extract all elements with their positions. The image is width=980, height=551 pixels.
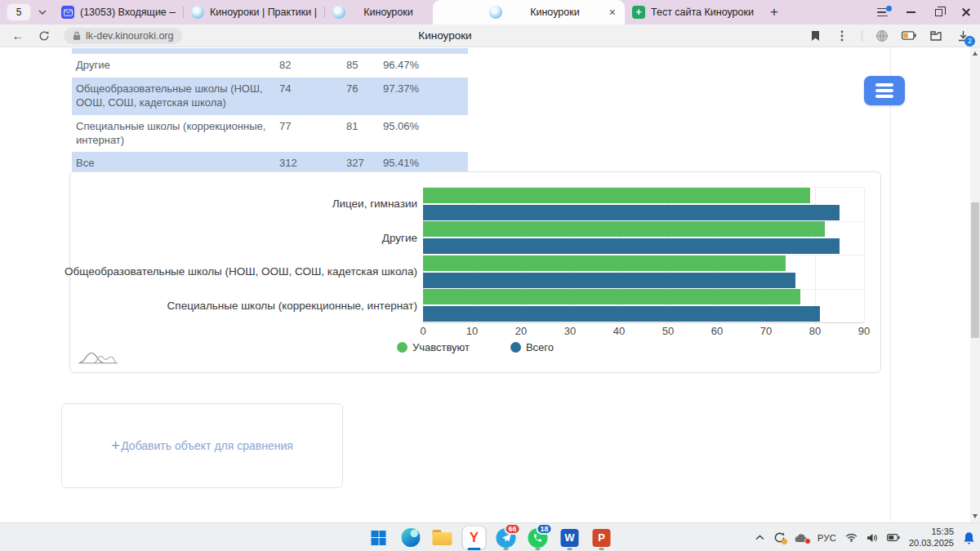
tab-title: Киноуроки | Практики | С bbox=[210, 7, 317, 18]
add-comparison-label: Добавить объект для сравнения bbox=[121, 439, 293, 452]
whatsapp-button[interactable]: 18 bbox=[527, 525, 550, 551]
wifi-icon[interactable] bbox=[845, 533, 858, 542]
row-total: 327 bbox=[346, 157, 383, 171]
x-tick-label: 90 bbox=[858, 325, 870, 337]
row-percent: 97.37% bbox=[383, 82, 472, 110]
bar-Учавствуют[interactable] bbox=[423, 188, 810, 203]
yandex-browser-icon: Y bbox=[463, 527, 486, 549]
language-indicator[interactable]: РУС bbox=[817, 533, 836, 543]
legend-dot-icon bbox=[397, 342, 408, 353]
yandex-browser-button[interactable]: Y bbox=[463, 525, 486, 551]
tab-title: (13053) Входящие — Рам bbox=[80, 7, 176, 18]
table-row[interactable]: Общеобразовательные школы (НОШ, ООШ, СОШ… bbox=[72, 78, 468, 115]
collections-icon[interactable] bbox=[929, 29, 943, 43]
url-text: lk-dev.kinouroki.org bbox=[86, 30, 173, 42]
sync-status-icon[interactable] bbox=[773, 531, 786, 544]
file-explorer-button[interactable] bbox=[431, 525, 454, 551]
scrollbar-thumb[interactable] bbox=[971, 202, 979, 338]
x-tick-label: 30 bbox=[564, 325, 576, 337]
tab-title: Киноуроки bbox=[508, 7, 602, 18]
x-tick-label: 70 bbox=[760, 325, 772, 337]
row-name: Специальные школы (коррекционные, интерн… bbox=[76, 120, 279, 148]
browser-menu-icon[interactable] bbox=[869, 0, 897, 24]
row-participate: 312 bbox=[279, 157, 346, 171]
windows-taskbar: Y 66 18 W P bbox=[0, 522, 980, 551]
more-menu-icon[interactable] bbox=[835, 29, 849, 43]
telegram-button[interactable]: 66 bbox=[495, 525, 518, 551]
tab-counter-button[interactable]: 5 bbox=[7, 3, 31, 21]
row-percent: 95.06% bbox=[383, 120, 472, 148]
address-bar[interactable]: lk-dev.kinouroki.org bbox=[64, 28, 182, 44]
chart-x-axis: 0102030405060708090 bbox=[423, 322, 864, 339]
bar-Всего[interactable] bbox=[423, 273, 795, 288]
tray-chevron-up-icon[interactable] bbox=[755, 535, 764, 540]
kinouroki-favicon bbox=[191, 6, 204, 19]
battery-saver-icon[interactable] bbox=[902, 29, 916, 43]
powerpoint-button[interactable]: P bbox=[590, 525, 613, 551]
refresh-button[interactable] bbox=[31, 26, 57, 46]
sync-alert-dot bbox=[782, 539, 787, 544]
bar-Учавствуют[interactable] bbox=[423, 256, 786, 271]
back-button[interactable]: ← bbox=[5, 26, 31, 46]
row-total: 76 bbox=[346, 82, 383, 110]
menu-hamburger-button[interactable] bbox=[864, 76, 905, 105]
volume-icon[interactable] bbox=[866, 533, 878, 543]
table-row[interactable]: Другие 82 85 96.47% bbox=[72, 54, 468, 78]
cloud-status-icon[interactable] bbox=[795, 533, 808, 543]
page-scrollbar[interactable] bbox=[970, 47, 980, 522]
bar-Всего[interactable] bbox=[423, 306, 820, 322]
word-button[interactable]: W bbox=[559, 525, 581, 551]
comparison-table: Другие 82 85 96.47% Общеобразовательные … bbox=[72, 48, 468, 176]
running-app-indicator bbox=[504, 548, 509, 550]
close-button[interactable] bbox=[952, 0, 980, 24]
x-tick-label: 60 bbox=[711, 325, 723, 337]
scrollbar-down-icon[interactable] bbox=[973, 514, 978, 518]
mail-favicon bbox=[61, 6, 74, 19]
legend-item[interactable]: Учавствуют bbox=[397, 341, 470, 353]
lock-icon bbox=[73, 31, 81, 41]
edge-taskbar-button[interactable] bbox=[399, 525, 422, 551]
clock-time: 15:35 bbox=[909, 527, 954, 538]
x-tick-label: 0 bbox=[420, 325, 425, 337]
add-comparison-card[interactable]: + Добавить объект для сравнения bbox=[61, 403, 343, 488]
bar-Всего[interactable] bbox=[423, 205, 840, 220]
tab-kinouroki-praktiki[interactable]: Киноуроки | Практики | С bbox=[184, 0, 324, 24]
tab-close-icon[interactable]: × bbox=[608, 6, 617, 19]
tab-list-chevron-icon[interactable] bbox=[31, 3, 54, 21]
bar-Учавствуют[interactable] bbox=[423, 289, 800, 304]
window-controls bbox=[869, 0, 980, 24]
restore-button[interactable] bbox=[924, 0, 952, 24]
chart-watermark-icon bbox=[78, 349, 118, 366]
row-percent: 96.47% bbox=[383, 59, 472, 73]
legend-item[interactable]: Всего bbox=[510, 341, 554, 353]
gridline bbox=[864, 187, 865, 322]
minimize-button[interactable] bbox=[897, 0, 924, 24]
tab-test-sajta[interactable]: + Тест сайта Киноуроки - G bbox=[625, 0, 764, 24]
row-name: Другие bbox=[76, 59, 279, 73]
tab-kinouroki[interactable]: Киноуроки bbox=[325, 0, 433, 24]
bookmark-icon[interactable] bbox=[808, 29, 822, 43]
bar-Всего[interactable] bbox=[423, 238, 840, 254]
row-participate: 77 bbox=[279, 120, 346, 148]
kinouroki-favicon bbox=[489, 6, 502, 19]
scrollbar-up-icon[interactable] bbox=[973, 51, 978, 56]
tab-kinouroki-active[interactable]: Киноуроки × bbox=[433, 0, 625, 24]
new-tab-button[interactable]: + bbox=[764, 2, 785, 22]
table-row-clipped bbox=[72, 48, 468, 54]
x-tick-label: 20 bbox=[515, 325, 527, 337]
sheets-favicon: + bbox=[632, 6, 645, 19]
tab-mail[interactable]: (13053) Входящие — Рам bbox=[54, 0, 183, 24]
bar-Учавствуют[interactable] bbox=[423, 221, 825, 237]
battery-icon[interactable] bbox=[887, 533, 900, 542]
toolbar-separator bbox=[862, 30, 862, 42]
notification-bell-icon[interactable] bbox=[963, 531, 975, 544]
x-tick-label: 80 bbox=[809, 325, 821, 337]
x-tick-label: 10 bbox=[466, 325, 478, 337]
running-app-indicator bbox=[568, 548, 572, 550]
table-row[interactable]: Специальные школы (коррекционные, интерн… bbox=[72, 115, 468, 153]
translate-globe-icon[interactable] bbox=[875, 29, 889, 43]
taskbar-clock[interactable]: 15:35 20.03.2025 bbox=[909, 527, 954, 549]
start-button[interactable] bbox=[368, 525, 390, 551]
downloads-icon[interactable]: 2 bbox=[956, 29, 970, 43]
notification-dot bbox=[886, 6, 892, 11]
